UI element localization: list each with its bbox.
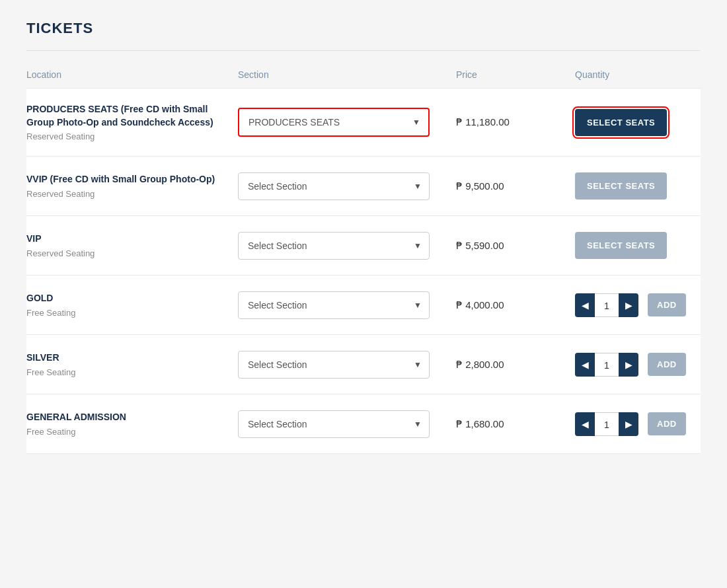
col-quantity: Quantity bbox=[575, 69, 694, 80]
section-cell: Select Section ▼ bbox=[238, 410, 456, 438]
ticket-sub: Reserved Seating bbox=[26, 131, 238, 141]
page-title: TICKETS bbox=[26, 20, 701, 37]
section-cell: PRODUCERS SEATS ▼ bbox=[238, 108, 456, 137]
quantity-cell: SELECT SEATS bbox=[575, 172, 694, 200]
ticket-name: VVIP (Free CD with Small Group Photo-Op) bbox=[26, 173, 238, 186]
section-select[interactable]: Select Section bbox=[238, 172, 430, 200]
ticket-name: VIP bbox=[26, 233, 238, 246]
decrement-button[interactable]: ◀ bbox=[575, 353, 595, 377]
ticket-sub: Free Seating bbox=[26, 427, 238, 437]
table-row: SILVER Free Seating Select Section ▼ ₱ 2… bbox=[26, 335, 701, 394]
quantity-stepper: ◀ 1 ▶ bbox=[575, 353, 638, 377]
table-row: GENERAL ADMISSION Free Seating Select Se… bbox=[26, 394, 701, 454]
ticket-sub: Free Seating bbox=[26, 308, 238, 318]
table-row: VIP Reserved Seating Select Section ▼ ₱ … bbox=[26, 216, 701, 276]
divider bbox=[26, 50, 701, 51]
section-select-wrapper: Select Section ▼ bbox=[238, 351, 430, 379]
add-button[interactable]: ADD bbox=[648, 293, 686, 316]
ticket-sub: Reserved Seating bbox=[26, 189, 238, 199]
select-seats-button[interactable]: SELECT SEATS bbox=[575, 172, 667, 200]
add-button[interactable]: ADD bbox=[648, 353, 686, 376]
price-value: ₱ 1,680.00 bbox=[456, 418, 504, 429]
section-cell: Select Section ▼ bbox=[238, 291, 456, 319]
section-select[interactable]: Select Section bbox=[238, 410, 430, 438]
price-cell: ₱ 9,500.00 bbox=[456, 180, 575, 192]
location-cell: VVIP (Free CD with Small Group Photo-Op)… bbox=[26, 173, 238, 199]
ticket-name: GOLD bbox=[26, 292, 238, 305]
price-cell: ₱ 11,180.00 bbox=[456, 116, 575, 128]
price-cell: ₱ 2,800.00 bbox=[456, 359, 575, 371]
price-value: ₱ 4,000.00 bbox=[456, 299, 504, 311]
col-location: Location bbox=[26, 69, 238, 80]
increment-button[interactable]: ▶ bbox=[619, 353, 638, 377]
section-select-wrapper: Select Section ▼ bbox=[238, 291, 430, 319]
quantity-cell: SELECT SEATS bbox=[575, 109, 694, 136]
select-seats-button[interactable]: SELECT SEATS bbox=[575, 232, 667, 259]
section-select[interactable]: Select Section bbox=[238, 351, 430, 379]
quantity-cell: ◀ 1 ▶ ADD bbox=[575, 293, 694, 317]
ticket-name: GENERAL ADMISSION bbox=[26, 411, 238, 424]
price-cell: ₱ 4,000.00 bbox=[456, 299, 575, 311]
price-cell: ₱ 1,680.00 bbox=[456, 418, 575, 430]
increment-button[interactable]: ▶ bbox=[619, 293, 638, 317]
ticket-sub: Reserved Seating bbox=[26, 248, 238, 258]
location-cell: GENERAL ADMISSION Free Seating bbox=[26, 411, 238, 437]
ticket-sub: Free Seating bbox=[26, 367, 238, 377]
section-cell: Select Section ▼ bbox=[238, 351, 456, 379]
quantity-cell: SELECT SEATS bbox=[575, 232, 694, 259]
section-cell: Select Section ▼ bbox=[238, 172, 456, 200]
location-cell: VIP Reserved Seating bbox=[26, 233, 238, 258]
decrement-button[interactable]: ◀ bbox=[575, 293, 595, 317]
table-row: PRODUCERS SEATS (Free CD with Small Grou… bbox=[26, 88, 701, 157]
decrement-button[interactable]: ◀ bbox=[575, 412, 595, 436]
quantity-cell: ◀ 1 ▶ ADD bbox=[575, 353, 694, 377]
section-select[interactable]: Select Section bbox=[238, 291, 430, 319]
stepper-value: 1 bbox=[595, 412, 619, 436]
ticket-table: PRODUCERS SEATS (Free CD with Small Grou… bbox=[26, 88, 701, 454]
table-row: VVIP (Free CD with Small Group Photo-Op)… bbox=[26, 157, 701, 216]
stepper-value: 1 bbox=[595, 293, 619, 317]
section-select-wrapper: Select Section ▼ bbox=[238, 172, 430, 200]
ticket-name: PRODUCERS SEATS (Free CD with Small Grou… bbox=[26, 103, 238, 129]
quantity-stepper: ◀ 1 ▶ bbox=[575, 412, 638, 436]
select-seats-button[interactable]: SELECT SEATS bbox=[575, 109, 667, 136]
add-button[interactable]: ADD bbox=[648, 412, 686, 435]
stepper-value: 1 bbox=[595, 353, 619, 377]
section-select-wrapper: Select Section ▼ bbox=[238, 410, 430, 438]
col-price: Price bbox=[456, 69, 575, 80]
price-value: ₱ 9,500.00 bbox=[456, 180, 504, 192]
ticket-name: SILVER bbox=[26, 351, 238, 365]
increment-button[interactable]: ▶ bbox=[619, 412, 638, 436]
section-select-wrapper: Select Section ▼ bbox=[238, 232, 430, 260]
section-select[interactable]: PRODUCERS SEATS bbox=[239, 109, 428, 135]
section-cell: Select Section ▼ bbox=[238, 232, 456, 260]
section-select[interactable]: Select Section bbox=[238, 232, 430, 260]
price-value: ₱ 11,180.00 bbox=[456, 116, 510, 128]
quantity-cell: ◀ 1 ▶ ADD bbox=[575, 412, 694, 436]
price-value: ₱ 5,590.00 bbox=[456, 240, 504, 251]
price-cell: ₱ 5,590.00 bbox=[456, 240, 575, 252]
location-cell: SILVER Free Seating bbox=[26, 351, 238, 377]
table-header: Location Section Price Quantity bbox=[26, 64, 701, 88]
quantity-stepper: ◀ 1 ▶ bbox=[575, 293, 638, 317]
section-select-wrapper: PRODUCERS SEATS ▼ bbox=[238, 108, 430, 137]
price-value: ₱ 2,800.00 bbox=[456, 359, 504, 370]
col-section: Section bbox=[238, 69, 456, 80]
location-cell: PRODUCERS SEATS (Free CD with Small Grou… bbox=[26, 103, 238, 141]
location-cell: GOLD Free Seating bbox=[26, 292, 238, 318]
table-row: GOLD Free Seating Select Section ▼ ₱ 4,0… bbox=[26, 276, 701, 335]
